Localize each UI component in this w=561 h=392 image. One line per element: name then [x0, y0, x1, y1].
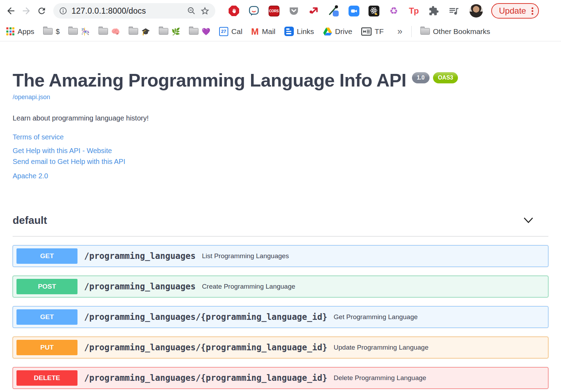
apps-grid-icon — [6, 27, 14, 35]
browser-chrome: 127.0.0.1:8000/docs CORS — [0, 0, 561, 41]
bookmark-mail[interactable]: M Mail — [251, 27, 275, 36]
api-info-header: The Amazing Programming Language Info AP… — [13, 71, 548, 90]
extensions-puzzle-icon[interactable] — [428, 5, 440, 17]
method-badge-post: POST — [16, 279, 77, 294]
collapse-chevron-icon[interactable] — [523, 216, 534, 224]
url-text[interactable]: 127.0.0.1:8000/docs — [72, 6, 146, 16]
endpoint-summary: Update Programming Language — [334, 344, 428, 351]
site-info-icon[interactable] — [59, 7, 67, 15]
adblock-extension-icon[interactable] — [228, 5, 240, 17]
bookmark-folder-heart[interactable]: 💜 — [189, 28, 210, 35]
opblock-get-list-languages[interactable]: GET /programming_languages List Programm… — [13, 245, 548, 267]
zoom-out-icon[interactable] — [187, 6, 196, 15]
opblock-put-update-language[interactable]: PUT /programming_languages/{programming_… — [13, 337, 548, 358]
google-drive-icon — [323, 27, 332, 36]
redirect-extension-icon[interactable] — [308, 5, 320, 17]
folder-icon — [189, 28, 198, 35]
profile-avatar[interactable] — [469, 4, 483, 18]
playlist-icon[interactable] — [448, 5, 460, 17]
endpoint-path: /programming_languages — [84, 251, 196, 261]
update-label: Update — [499, 6, 526, 16]
license-link[interactable]: Apache 2.0 — [13, 172, 548, 180]
bookmark-links[interactable]: Links — [284, 27, 314, 36]
openapi-spec-link[interactable]: /openapi.json — [13, 94, 50, 101]
react-devtools-extension-icon[interactable] — [368, 5, 380, 17]
browser-toolbar: 127.0.0.1:8000/docs CORS — [0, 0, 561, 22]
bookmark-folder-herb[interactable]: 🌿 — [159, 28, 180, 35]
method-badge-put: PUT — [16, 340, 77, 355]
endpoint-path: /programming_languages/{programming_lang… — [84, 343, 327, 352]
gmail-icon: M — [251, 27, 259, 36]
bookmarks-overflow-chevron[interactable]: » — [397, 26, 402, 37]
bookmark-folder-carousel[interactable]: 🎠 — [68, 28, 90, 35]
bookmark-label: Links — [297, 27, 314, 36]
bookmark-folder-money[interactable]: $ — [43, 28, 60, 35]
bookmark-label: Cal — [231, 27, 243, 36]
swagger-page: The Amazing Programming Language Info AP… — [0, 71, 561, 389]
endpoint-summary: List Programming Languages — [202, 252, 289, 260]
bookmark-label: Mail — [262, 27, 276, 36]
folder-emoji: 💜 — [202, 28, 210, 35]
opblock-get-language[interactable]: GET /programming_languages/{programming_… — [13, 306, 548, 328]
opblock-delete-language[interactable]: DELETE /programming_languages/{programmi… — [13, 367, 548, 389]
extension-icons: CORS — [228, 5, 460, 17]
page-title: The Amazing Programming Language Info AP… — [13, 71, 406, 90]
toucan-extension-icon[interactable]: Tp — [408, 5, 420, 17]
bookmark-tf[interactable]: TF — [361, 27, 384, 36]
endpoint-path: /programming_languages/{programming_lang… — [84, 312, 327, 322]
opblock-post-create-language[interactable]: POST /programming_languages Create Progr… — [13, 276, 548, 297]
version-badge: 1.0 — [412, 72, 430, 83]
bookmark-calendar[interactable]: 27 Cal — [219, 27, 243, 36]
contact-email-link[interactable]: Send email to Get Help with this API — [13, 158, 548, 166]
recycle-extension-icon[interactable]: ♻ — [388, 5, 400, 17]
pocket-extension-icon[interactable] — [288, 5, 300, 17]
other-bookmarks[interactable]: Other Bookmarks — [420, 27, 490, 36]
endpoint-path: /programming_languages — [84, 282, 196, 291]
endpoint-path: /programming_languages/{programming_lang… — [84, 373, 327, 383]
cors-extension-icon[interactable]: CORS — [268, 5, 280, 17]
zoom-extension-icon[interactable] — [348, 5, 360, 17]
address-bar[interactable]: 127.0.0.1:8000/docs — [53, 3, 215, 19]
chat-extension-icon[interactable] — [248, 5, 260, 17]
folder-icon — [43, 28, 53, 35]
folder-emoji: 🌿 — [171, 28, 180, 35]
folder-emoji: 🎓 — [141, 28, 150, 35]
bookmark-label: TF — [375, 27, 384, 36]
bookmark-drive[interactable]: Drive — [323, 27, 352, 36]
method-badge-get: GET — [16, 248, 77, 264]
folder-icon — [99, 28, 108, 35]
update-button[interactable]: Update — [491, 3, 539, 19]
folder-emoji: 🧠 — [111, 28, 120, 35]
bookmarks-divider — [411, 26, 412, 37]
bookmark-folder-brain[interactable]: 🧠 — [99, 28, 120, 35]
tag-section-default[interactable]: default — [13, 214, 548, 236]
bookmark-label: Other Bookmarks — [433, 27, 490, 36]
reload-button[interactable] — [36, 5, 48, 17]
folder-emoji: 🎠 — [81, 28, 90, 35]
bookmark-label: Apps — [18, 27, 34, 36]
terms-of-service-link[interactable]: Terms of service — [13, 133, 548, 141]
links-list-icon — [284, 27, 294, 36]
section-title: default — [13, 214, 47, 226]
color-picker-extension-icon[interactable] — [328, 5, 340, 17]
forward-button[interactable] — [20, 5, 32, 17]
endpoint-summary: Get Programming Language — [334, 313, 418, 321]
bookmark-label: Drive — [335, 27, 352, 36]
bookmark-apps[interactable]: Apps — [6, 27, 34, 36]
bookmark-folder-graduation[interactable]: 🎓 — [129, 28, 150, 35]
endpoint-summary: Create Programming Language — [202, 283, 295, 290]
method-badge-delete: DELETE — [16, 370, 77, 386]
folder-icon — [68, 28, 78, 35]
announcement-card-icon — [361, 27, 372, 36]
folder-icon — [420, 28, 430, 35]
contact-website-link[interactable]: Get Help with this API - Website — [13, 147, 548, 155]
bookmarks-bar: Apps $ 🎠 🧠 🎓 🌿 💜 27 Cal — [0, 22, 561, 41]
folder-icon — [159, 28, 168, 35]
folder-icon — [129, 28, 138, 35]
back-button[interactable] — [5, 5, 17, 17]
oas3-badge: OAS3 — [433, 72, 458, 83]
folder-emoji: $ — [56, 28, 60, 35]
browser-menu-icon[interactable] — [532, 7, 533, 15]
bookmark-star-icon[interactable] — [200, 6, 210, 16]
method-badge-get: GET — [16, 309, 77, 325]
